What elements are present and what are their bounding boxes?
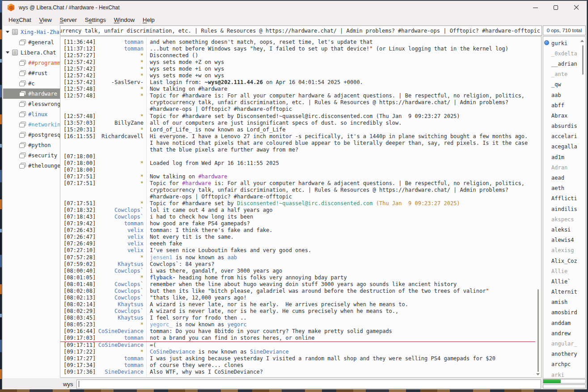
channel-icon xyxy=(19,39,26,45)
menu-item-hexchat[interactable]: HexChat xyxy=(4,16,35,24)
channel-icon xyxy=(19,152,26,158)
tree-item-networkin[interactable]: #networkin xyxy=(3,119,60,130)
message: wys sets mode +w on wys xyxy=(144,72,535,79)
user-item-acegalla[interactable]: acegalla xyxy=(543,142,585,152)
message: all of our computers are just insignific… xyxy=(144,120,535,126)
user-item-accelari[interactable]: accelari xyxy=(543,131,585,142)
user-item-allie[interactable]: Allie xyxy=(543,266,585,276)
tree-item-postgresq[interactable]: #postgresq xyxy=(3,130,60,140)
chat-line: [07:27:10]velixI've seen nice Louboutin … xyxy=(60,247,535,254)
message: Not every tit is the same. xyxy=(144,234,535,240)
channel-icon xyxy=(19,111,26,117)
tree-item-rust[interactable]: ##rust xyxy=(3,68,60,78)
message: and when something doesn't match, oops, … xyxy=(144,39,535,46)
user-item-adrian[interactable]: __adrian xyxy=(543,59,585,69)
user-item-abrax[interactable]: Abrax xyxy=(543,110,585,121)
message-input[interactable] xyxy=(76,379,541,389)
user-item-gurki[interactable]: gurki xyxy=(543,38,585,48)
user-item-angular[interactable]: angular_ xyxy=(543,338,585,349)
user-item-alewis4[interactable]: alewis4 xyxy=(543,235,585,245)
user-item-aleksi[interactable]: aleksi xyxy=(543,224,585,235)
tree-item-libera-chat[interactable]: Libera.Chat xyxy=(3,47,60,58)
user-item-qw[interactable]: _qw xyxy=(543,80,585,90)
user-item-amosbird[interactable]: amosbird xyxy=(543,308,585,318)
user-item-abff[interactable]: abff xyxy=(543,100,585,110)
user-item-andrew[interactable]: andrew xyxy=(543,328,585,338)
timestamp: [08:00:40] xyxy=(60,268,97,274)
nick: Richardcavell xyxy=(97,133,144,153)
user-item-0xdelta[interactable]: _0xdelta xyxy=(543,48,585,59)
user-item-amish[interactable]: amish xyxy=(543,297,585,308)
tree-item-general[interactable]: #general xyxy=(3,37,60,47)
mnemonic-underline: V xyxy=(39,17,43,23)
minimize-button[interactable] xyxy=(525,1,546,14)
nick: * xyxy=(97,321,144,328)
chat-line: [12:57:42]*wys sets mode +w on wys xyxy=(60,72,535,79)
channel-tree[interactable]: Xing-Hai-Zha#generalLibera.Chat##program… xyxy=(3,26,60,378)
user-item-afflicti[interactable]: Afflicti xyxy=(543,194,585,204)
tree-item-label: #networkin xyxy=(28,122,60,128)
user-item-archpc[interactable]: archpc xyxy=(543,359,585,370)
expander-icon[interactable] xyxy=(6,51,9,54)
user-item-aeth[interactable]: aeth xyxy=(543,183,585,194)
tree-item-python[interactable]: #python xyxy=(3,140,60,150)
tree-item-lesswrong[interactable]: #lesswrong xyxy=(3,99,60,109)
user-item-ante[interactable]: _ante xyxy=(543,69,585,80)
userlist-scrollbar-up-arrow[interactable] xyxy=(580,40,584,42)
user-item-anothery[interactable]: anothery xyxy=(543,349,585,359)
chat-pane[interactable]: [11:36:44]tommanand when something doesn… xyxy=(60,36,541,378)
tree-item-label: #c xyxy=(28,80,34,87)
user-name: amosbird xyxy=(551,309,577,316)
menu-item-server[interactable]: Server xyxy=(56,16,81,24)
message: Also WTF, why was I CoSineDeviance? xyxy=(144,369,535,375)
server-icon xyxy=(12,50,18,55)
user-item-aindilis[interactable]: aindilis xyxy=(543,204,585,214)
nick: * xyxy=(97,200,144,207)
title-bar[interactable]: wys @ Libera.Chat / #hardware - HexChat xyxy=(2,1,587,14)
timestamp: [08:01:48] xyxy=(60,281,97,288)
close-button[interactable] xyxy=(566,1,587,14)
user-item-absurdis[interactable]: absurdis xyxy=(543,121,585,131)
user-item-alexisg[interactable]: alexisg xyxy=(543,245,585,256)
nick: * xyxy=(97,52,144,59)
tree-item-label: #python xyxy=(28,142,51,148)
timestamp: [09:17:36] xyxy=(60,369,97,375)
menu-item-help[interactable]: Help xyxy=(139,16,159,24)
user-item-aab[interactable]: aab xyxy=(543,90,585,100)
user-name: archpc xyxy=(551,361,571,367)
user-item-akspecs[interactable]: akspecs xyxy=(543,214,585,224)
user-item-anddam[interactable]: anddam xyxy=(543,318,585,328)
user-item-aead[interactable]: aead xyxy=(543,173,585,183)
timestamp: [07:19:42] xyxy=(60,220,97,227)
nick: Cowclops` xyxy=(97,214,144,220)
tree-item-xing-hai-zha[interactable]: Xing-Hai-Zha xyxy=(3,27,60,37)
tree-item-programm[interactable]: ##programm xyxy=(3,58,60,68)
message: CoSineDeviance is now known as SineDevia… xyxy=(144,349,535,355)
user-name: Alternit xyxy=(551,289,577,295)
menu-item-window[interactable]: Window xyxy=(110,16,139,24)
expander-icon[interactable] xyxy=(6,31,9,33)
user-item-ad1m[interactable]: ad1m xyxy=(543,152,585,162)
userlist-scrollbar-thumb[interactable] xyxy=(582,45,584,75)
menu-item-settings[interactable]: Settings xyxy=(81,16,110,24)
user-item-adran[interactable]: Adran xyxy=(543,162,585,173)
topic-bar[interactable]: tocurrency talk, unfair discrimination, … xyxy=(60,25,542,36)
chat-scrollbar-thumb[interactable] xyxy=(537,289,539,372)
user-item-allie[interactable]: Allie` xyxy=(543,276,585,287)
user-item-arki[interactable]: arki xyxy=(543,370,585,379)
tree-item-security[interactable]: #security xyxy=(3,150,60,160)
maximize-button[interactable] xyxy=(546,1,566,14)
tree-item-thelounge[interactable]: #thelounge xyxy=(3,160,60,171)
message: I feel sorry for frodo then .. xyxy=(144,315,535,321)
user-list[interactable]: gurki_0xdelta__adrian_ante_qwaababffAbra… xyxy=(543,36,586,379)
user-list-items: gurki_0xdelta__adrian_ante_qwaababffAbra… xyxy=(543,37,585,379)
tree-item-c[interactable]: #c xyxy=(3,78,60,89)
timestamp: [09:16:44] xyxy=(60,328,97,335)
user-item-alternit[interactable]: Alternit xyxy=(543,287,585,297)
user-item-alix-coz[interactable]: Alix_Coz xyxy=(543,256,585,266)
timestamp: [12:57:42] xyxy=(60,72,97,79)
tree-item-linux[interactable]: #linux xyxy=(3,109,60,119)
menu-item-view[interactable]: View xyxy=(35,16,56,24)
chat-scrollbar-down-arrow[interactable] xyxy=(536,373,540,375)
tree-item-hardware[interactable]: #hardware xyxy=(3,89,60,99)
